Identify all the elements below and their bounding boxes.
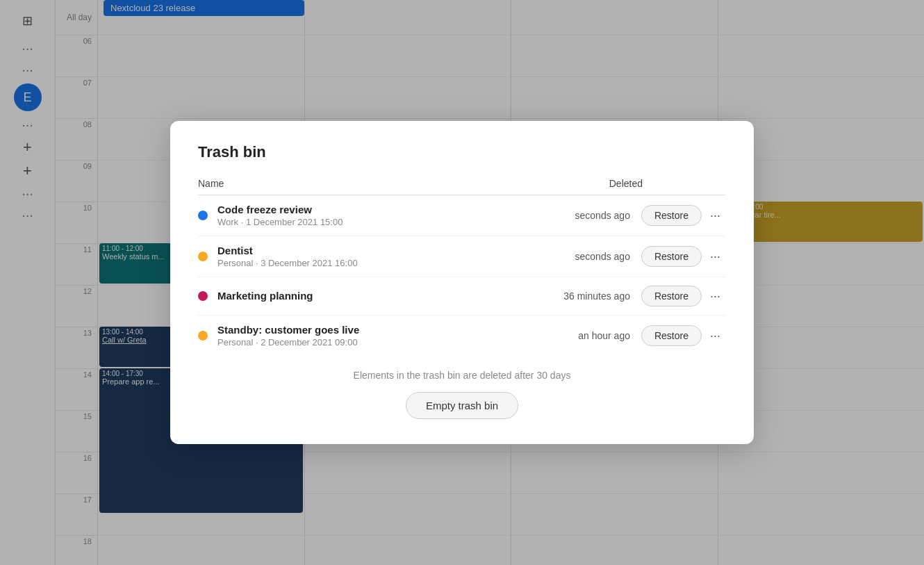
item-name-4: Standby: customer goes live bbox=[217, 324, 578, 336]
item-info-1: Code freeze review Work · 1 December 202… bbox=[217, 204, 575, 227]
item-info-2: Dentist Personal · 3 December 2021 16:00 bbox=[217, 245, 575, 268]
more-options-button-1[interactable]: ··· bbox=[704, 206, 726, 226]
trash-item-3: Marketing planning 36 minutes ago Restor… bbox=[198, 277, 726, 316]
modal-title: Trash bin bbox=[198, 143, 726, 161]
restore-button-4[interactable]: Restore bbox=[641, 325, 702, 346]
restore-button-2[interactable]: Restore bbox=[641, 246, 702, 267]
item-sub-2: Personal · 3 December 2021 16:00 bbox=[217, 258, 575, 268]
trash-item-1: Code freeze review Work · 1 December 202… bbox=[198, 195, 726, 236]
item-dot-1 bbox=[198, 211, 208, 220]
item-sub-4: Personal · 2 December 2021 09:00 bbox=[217, 337, 578, 347]
item-sub-1: Work · 1 December 2021 15:00 bbox=[217, 217, 575, 227]
trash-info-text: Elements in the trash bin are deleted af… bbox=[198, 370, 726, 381]
trash-bin-modal: Trash bin Name Deleted Code freeze revie… bbox=[170, 121, 754, 444]
more-options-button-3[interactable]: ··· bbox=[704, 286, 726, 306]
modal-backdrop[interactable]: Trash bin Name Deleted Code freeze revie… bbox=[0, 0, 924, 565]
empty-trash-button[interactable]: Empty trash bin bbox=[406, 392, 518, 419]
more-options-button-4[interactable]: ··· bbox=[704, 326, 726, 346]
item-info-4: Standby: customer goes live Personal · 2… bbox=[217, 324, 578, 347]
item-info-3: Marketing planning bbox=[217, 290, 563, 303]
item-dot-3 bbox=[198, 291, 208, 301]
trash-item-4: Standby: customer goes live Personal · 2… bbox=[198, 316, 726, 356]
item-deleted-2: seconds ago bbox=[575, 251, 630, 262]
column-name-header: Name bbox=[198, 178, 224, 189]
item-dot-2 bbox=[198, 252, 208, 261]
item-deleted-1: seconds ago bbox=[575, 210, 630, 221]
trash-item-2: Dentist Personal · 3 December 2021 16:00… bbox=[198, 236, 726, 277]
item-deleted-4: an hour ago bbox=[578, 330, 630, 341]
more-options-button-2[interactable]: ··· bbox=[704, 247, 726, 267]
column-deleted-header: Deleted bbox=[609, 178, 643, 189]
modal-table-header: Name Deleted bbox=[198, 178, 726, 195]
item-name-2: Dentist bbox=[217, 245, 575, 256]
item-deleted-3: 36 minutes ago bbox=[563, 290, 630, 302]
restore-button-3[interactable]: Restore bbox=[641, 286, 702, 306]
item-name-3: Marketing planning bbox=[217, 290, 563, 302]
item-dot-4 bbox=[198, 331, 208, 341]
item-name-1: Code freeze review bbox=[217, 204, 575, 215]
restore-button-1[interactable]: Restore bbox=[641, 205, 702, 226]
